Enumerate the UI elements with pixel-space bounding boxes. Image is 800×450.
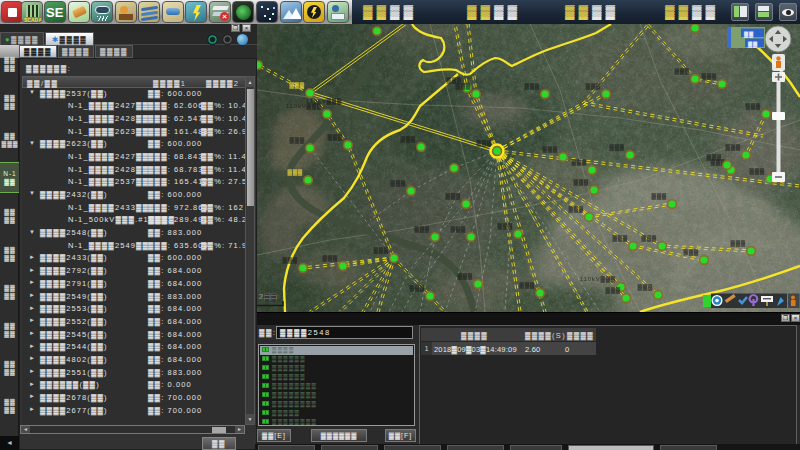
svg-text:▓▓▓: ▓▓▓ [524, 83, 540, 90]
svg-text:▓▓▓: ▓▓▓ [457, 273, 473, 280]
svg-text:2▓▓: 2▓▓ [259, 293, 278, 301]
svg-text:▓▓▓: ▓▓▓ [585, 83, 601, 90]
svg-text:▓▓▓: ▓▓▓ [390, 180, 406, 187]
svg-text:▓▓▓: ▓▓▓ [289, 137, 305, 144]
svg-text:▓▓▓: ▓▓▓ [373, 247, 389, 254]
svg-text:▓▓: ▓▓ [748, 41, 758, 48]
svg-text:▓▓▓: ▓▓▓ [641, 235, 657, 242]
svg-text:▓▓▓: ▓▓▓ [497, 223, 513, 230]
svg-text:▓▓▓: ▓▓▓ [706, 154, 722, 161]
svg-text:▓▓▓: ▓▓▓ [701, 73, 717, 80]
svg-text:▓▓▓: ▓▓▓ [749, 168, 765, 175]
svg-text:▓▓: ▓▓ [744, 31, 754, 38]
svg-text:▓▓▓: ▓▓▓ [568, 206, 584, 213]
svg-text:▓▓▓: ▓▓▓ [455, 83, 471, 90]
svg-text:▓▓▓: ▓▓▓ [730, 240, 746, 247]
svg-text:▓▓▓: ▓▓▓ [745, 103, 761, 110]
svg-text:▓▓▓: ▓▓▓ [400, 136, 416, 143]
svg-text:▓▓▓: ▓▓▓ [725, 144, 741, 151]
svg-text:▓▓▓: ▓▓▓ [519, 282, 535, 289]
svg-text:▓▓▓: ▓▓▓ [450, 226, 466, 233]
svg-text:▓▓▓: ▓▓▓ [542, 146, 558, 153]
svg-text:▓▓▓: ▓▓▓ [409, 285, 425, 292]
svg-text:▓▓▓: ▓▓▓ [476, 140, 492, 147]
svg-text:▓▓▓: ▓▓▓ [683, 249, 699, 256]
svg-text:▓▓▓: ▓▓▓ [322, 255, 338, 262]
svg-text:▓▓▓: ▓▓▓ [571, 159, 587, 166]
svg-text:▓▓▓: ▓▓▓ [414, 226, 430, 233]
svg-text:110kV▓▓▓: 110kV▓▓▓ [286, 103, 322, 110]
svg-text:▓▓▓: ▓▓▓ [327, 134, 343, 141]
svg-text:▓▓▓: ▓▓▓ [573, 179, 589, 186]
svg-text:▓▓▓: ▓▓▓ [287, 169, 303, 176]
svg-text:110kV▓▓▓: 110kV▓▓▓ [306, 98, 342, 105]
svg-text:110kV▓▓▓: 110kV▓▓▓ [580, 276, 616, 283]
svg-text:▓▓▓: ▓▓▓ [609, 144, 625, 151]
svg-text:▓▓▓: ▓▓▓ [612, 235, 628, 242]
svg-text:▓▓▓: ▓▓▓ [289, 82, 305, 89]
svg-text:▓▓▓: ▓▓▓ [637, 284, 653, 291]
svg-text:▓▓▓: ▓▓▓ [651, 193, 667, 200]
svg-text:▓▓▓: ▓▓▓ [605, 287, 621, 294]
svg-text:▓▓▓: ▓▓▓ [282, 257, 298, 264]
svg-text:▓▓▓: ▓▓▓ [674, 68, 690, 75]
svg-text:▓▓▓: ▓▓▓ [445, 193, 461, 200]
